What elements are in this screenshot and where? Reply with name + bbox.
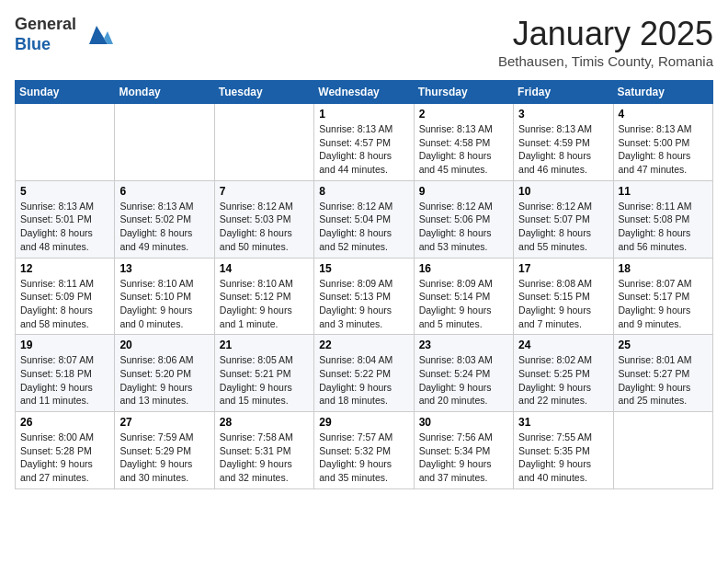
calendar-cell: 18Sunrise: 8:07 AM Sunset: 5:17 PM Dayli… bbox=[613, 258, 712, 335]
day-number: 8 bbox=[319, 185, 408, 198]
calendar-cell: 29Sunrise: 7:57 AM Sunset: 5:32 PM Dayli… bbox=[314, 412, 414, 489]
day-info: Sunrise: 7:59 AM Sunset: 5:29 PM Dayligh… bbox=[119, 431, 209, 485]
day-info: Sunrise: 8:01 AM Sunset: 5:27 PM Dayligh… bbox=[619, 353, 708, 408]
day-number: 26 bbox=[20, 416, 109, 429]
day-info: Sunrise: 7:58 AM Sunset: 5:31 PM Dayligh… bbox=[220, 431, 309, 485]
day-info: Sunrise: 8:12 AM Sunset: 5:06 PM Dayligh… bbox=[419, 200, 508, 254]
day-number: 23 bbox=[419, 339, 508, 351]
calendar-cell bbox=[16, 104, 115, 181]
calendar-cell: 27Sunrise: 7:59 AM Sunset: 5:29 PM Dayli… bbox=[115, 412, 214, 489]
day-number: 24 bbox=[518, 339, 608, 351]
calendar-cell: 28Sunrise: 7:58 AM Sunset: 5:31 PM Dayli… bbox=[214, 412, 313, 489]
day-info: Sunrise: 8:13 AM Sunset: 5:00 PM Dayligh… bbox=[619, 122, 708, 177]
calendar-cell: 31Sunrise: 7:55 AM Sunset: 5:35 PM Dayli… bbox=[514, 412, 613, 489]
calendar-cell: 21Sunrise: 8:05 AM Sunset: 5:21 PM Dayli… bbox=[214, 335, 313, 412]
weekday-header-friday: Friday bbox=[514, 81, 613, 104]
day-number: 14 bbox=[220, 262, 309, 275]
title-block: January 2025 Bethausen, Timis County, Ro… bbox=[498, 15, 713, 69]
day-info: Sunrise: 8:00 AM Sunset: 5:28 PM Dayligh… bbox=[20, 431, 109, 485]
day-number: 28 bbox=[220, 416, 309, 429]
calendar-cell: 16Sunrise: 8:09 AM Sunset: 5:14 PM Dayli… bbox=[414, 258, 513, 335]
day-number: 13 bbox=[119, 262, 209, 275]
calendar-cell: 9Sunrise: 8:12 AM Sunset: 5:06 PM Daylig… bbox=[414, 180, 513, 258]
day-number: 31 bbox=[518, 416, 608, 429]
day-number: 1 bbox=[319, 108, 408, 121]
day-number: 22 bbox=[319, 339, 408, 351]
day-info: Sunrise: 8:13 AM Sunset: 4:58 PM Dayligh… bbox=[419, 122, 508, 177]
day-info: Sunrise: 8:13 AM Sunset: 5:01 PM Dayligh… bbox=[20, 200, 109, 254]
weekday-header-saturday: Saturday bbox=[613, 81, 712, 104]
day-info: Sunrise: 8:04 AM Sunset: 5:22 PM Dayligh… bbox=[319, 353, 408, 408]
day-info: Sunrise: 8:10 AM Sunset: 5:10 PM Dayligh… bbox=[119, 277, 209, 331]
calendar-cell: 25Sunrise: 8:01 AM Sunset: 5:27 PM Dayli… bbox=[613, 335, 712, 412]
logo-icon bbox=[80, 18, 113, 52]
day-number: 10 bbox=[518, 185, 608, 198]
weekday-header-sunday: Sunday bbox=[16, 81, 115, 104]
weekday-header-row: SundayMondayTuesdayWednesdayThursdayFrid… bbox=[16, 81, 713, 104]
calendar-cell: 30Sunrise: 7:56 AM Sunset: 5:34 PM Dayli… bbox=[414, 412, 513, 489]
day-info: Sunrise: 8:12 AM Sunset: 5:07 PM Dayligh… bbox=[518, 200, 608, 254]
day-info: Sunrise: 8:13 AM Sunset: 5:02 PM Dayligh… bbox=[119, 200, 209, 254]
calendar-cell: 5Sunrise: 8:13 AM Sunset: 5:01 PM Daylig… bbox=[16, 180, 115, 258]
day-number: 11 bbox=[619, 185, 708, 198]
calendar-cell: 4Sunrise: 8:13 AM Sunset: 5:00 PM Daylig… bbox=[613, 104, 712, 181]
calendar-cell bbox=[214, 104, 313, 181]
day-number: 30 bbox=[419, 416, 508, 429]
day-info: Sunrise: 8:02 AM Sunset: 5:25 PM Dayligh… bbox=[518, 353, 608, 408]
day-number: 4 bbox=[619, 108, 708, 121]
calendar-cell: 7Sunrise: 8:12 AM Sunset: 5:03 PM Daylig… bbox=[214, 180, 313, 258]
day-number: 9 bbox=[419, 185, 508, 198]
day-number: 3 bbox=[518, 108, 608, 121]
logo-blue: Blue bbox=[15, 35, 51, 53]
day-info: Sunrise: 7:56 AM Sunset: 5:34 PM Dayligh… bbox=[419, 431, 508, 485]
location-subtitle: Bethausen, Timis County, Romania bbox=[498, 53, 713, 69]
svg-marker-0 bbox=[89, 26, 108, 44]
calendar-cell: 12Sunrise: 8:11 AM Sunset: 5:09 PM Dayli… bbox=[16, 258, 115, 335]
calendar-cell: 24Sunrise: 8:02 AM Sunset: 5:25 PM Dayli… bbox=[514, 335, 613, 412]
calendar-cell: 14Sunrise: 8:10 AM Sunset: 5:12 PM Dayli… bbox=[214, 258, 313, 335]
day-info: Sunrise: 8:03 AM Sunset: 5:24 PM Dayligh… bbox=[419, 353, 508, 408]
calendar-week-2: 5Sunrise: 8:13 AM Sunset: 5:01 PM Daylig… bbox=[16, 180, 713, 258]
day-number: 19 bbox=[20, 339, 109, 351]
day-number: 12 bbox=[20, 262, 109, 275]
calendar-cell: 11Sunrise: 8:11 AM Sunset: 5:08 PM Dayli… bbox=[613, 180, 712, 258]
logo-general: General bbox=[15, 15, 76, 33]
day-number: 15 bbox=[319, 262, 408, 275]
month-title: January 2025 bbox=[498, 15, 713, 53]
day-number: 16 bbox=[419, 262, 508, 275]
calendar-cell: 3Sunrise: 8:13 AM Sunset: 4:59 PM Daylig… bbox=[514, 104, 613, 181]
weekday-header-monday: Monday bbox=[115, 81, 214, 104]
day-info: Sunrise: 8:10 AM Sunset: 5:12 PM Dayligh… bbox=[220, 277, 309, 331]
day-info: Sunrise: 8:09 AM Sunset: 5:13 PM Dayligh… bbox=[319, 277, 408, 331]
day-info: Sunrise: 8:07 AM Sunset: 5:18 PM Dayligh… bbox=[20, 353, 109, 408]
day-info: Sunrise: 8:13 AM Sunset: 4:57 PM Dayligh… bbox=[319, 122, 408, 177]
calendar-cell: 6Sunrise: 8:13 AM Sunset: 5:02 PM Daylig… bbox=[115, 180, 214, 258]
day-info: Sunrise: 8:08 AM Sunset: 5:15 PM Dayligh… bbox=[518, 277, 608, 331]
day-number: 29 bbox=[319, 416, 408, 429]
day-info: Sunrise: 8:07 AM Sunset: 5:17 PM Dayligh… bbox=[619, 277, 708, 331]
day-info: Sunrise: 7:57 AM Sunset: 5:32 PM Dayligh… bbox=[319, 431, 408, 485]
calendar-cell: 10Sunrise: 8:12 AM Sunset: 5:07 PM Dayli… bbox=[514, 180, 613, 258]
day-number: 6 bbox=[119, 185, 209, 198]
day-info: Sunrise: 8:11 AM Sunset: 5:09 PM Dayligh… bbox=[20, 277, 109, 331]
calendar-cell: 20Sunrise: 8:06 AM Sunset: 5:20 PM Dayli… bbox=[115, 335, 214, 412]
calendar-cell bbox=[613, 412, 712, 489]
day-number: 27 bbox=[119, 416, 209, 429]
day-info: Sunrise: 8:09 AM Sunset: 5:14 PM Dayligh… bbox=[419, 277, 508, 331]
day-info: Sunrise: 8:05 AM Sunset: 5:21 PM Dayligh… bbox=[220, 353, 309, 408]
calendar-week-3: 12Sunrise: 8:11 AM Sunset: 5:09 PM Dayli… bbox=[16, 258, 713, 335]
day-info: Sunrise: 8:12 AM Sunset: 5:04 PM Dayligh… bbox=[319, 200, 408, 254]
calendar-cell: 1Sunrise: 8:13 AM Sunset: 4:57 PM Daylig… bbox=[314, 104, 414, 181]
day-number: 21 bbox=[220, 339, 309, 351]
calendar-cell: 13Sunrise: 8:10 AM Sunset: 5:10 PM Dayli… bbox=[115, 258, 214, 335]
calendar-cell: 23Sunrise: 8:03 AM Sunset: 5:24 PM Dayli… bbox=[414, 335, 513, 412]
calendar-cell: 15Sunrise: 8:09 AM Sunset: 5:13 PM Dayli… bbox=[314, 258, 414, 335]
day-info: Sunrise: 8:12 AM Sunset: 5:03 PM Dayligh… bbox=[220, 200, 309, 254]
weekday-header-tuesday: Tuesday bbox=[214, 81, 313, 104]
calendar-table: SundayMondayTuesdayWednesdayThursdayFrid… bbox=[15, 80, 713, 489]
weekday-header-thursday: Thursday bbox=[414, 81, 513, 104]
day-info: Sunrise: 7:55 AM Sunset: 5:35 PM Dayligh… bbox=[518, 431, 608, 485]
calendar-cell: 22Sunrise: 8:04 AM Sunset: 5:22 PM Dayli… bbox=[314, 335, 414, 412]
day-number: 17 bbox=[518, 262, 608, 275]
day-number: 7 bbox=[220, 185, 309, 198]
